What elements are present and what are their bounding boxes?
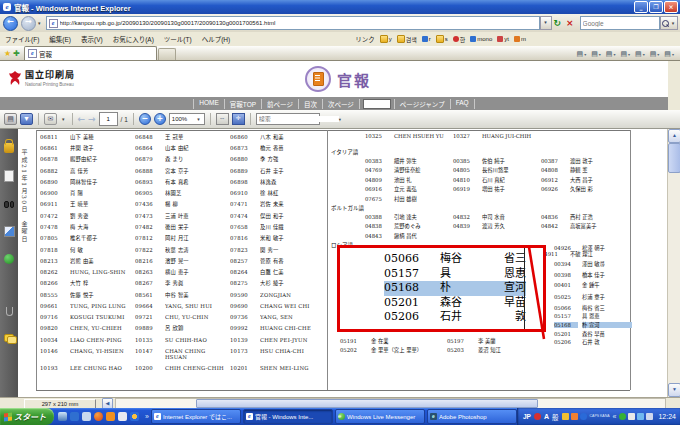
command-bar-icon[interactable]: ▤ ▾ [606,50,616,58]
sidebar-icon[interactable] [4,170,14,182]
quick-launch-icon[interactable] [130,412,139,421]
link-item[interactable]: s [436,35,448,44]
vertical-scroll-thumb[interactable] [668,143,680,173]
site-nav-item[interactable]: 次ページ [323,99,360,109]
sidebar-icon[interactable] [6,307,13,316]
site-nav-item[interactable]: 前ページ [262,99,299,109]
npb-logo[interactable]: 国立印刷局 National Printing Bureau [8,68,75,87]
link-item[interactable]: r [422,35,431,44]
menu-item[interactable]: 表示(V) [76,36,108,43]
close-button[interactable]: × [664,1,678,13]
command-bar-icon[interactable]: ▤ ▾ [650,50,660,58]
zoom-out-icon[interactable]: − [139,113,151,125]
tray-icon[interactable] [619,413,626,420]
ime-mode-icon[interactable] [534,413,541,420]
link-item[interactable]: 검색 [397,35,417,44]
print-icon[interactable]: ▤ [4,113,17,125]
tray-icon[interactable] [571,413,578,420]
quick-launch-icon[interactable] [82,412,91,421]
tray-icon[interactable] [637,413,644,420]
fit-page-icon[interactable]: ✛ [232,113,245,125]
link-item[interactable]: m [514,35,526,44]
sidebar-icon[interactable] [4,333,14,343]
ime-general-label[interactable]: 般 [552,412,559,422]
scroll-up-icon[interactable]: ▲ [668,129,680,143]
link-item[interactable]: mono [470,35,492,44]
quick-launch-icon[interactable] [118,412,127,421]
url-dropdown-button[interactable]: ▾ [540,16,552,30]
scroll-down-icon[interactable]: ▼ [668,383,680,397]
pdf-search-input[interactable] [257,116,339,122]
back-button[interactable]: ← [3,16,18,31]
maximize-button[interactable]: ❐ [649,1,663,13]
page-jump-input[interactable] [363,99,391,109]
link-item[interactable]: y [380,35,392,44]
site-nav-item[interactable]: ページジャンプ [394,99,451,109]
fit-width-icon[interactable]: ⇔ [216,113,229,125]
command-bar-icon[interactable]: ▤ ▾ [635,50,645,58]
menu-item[interactable]: ファイル(F) [0,36,44,43]
sidebar-icon[interactable] [4,254,14,264]
next-view-icon[interactable]: → [88,114,96,124]
horizontal-scroll-thumb[interactable] [196,399,538,408]
entry-number: 10325 [365,133,391,146]
quick-launch-icon[interactable] [58,412,67,421]
forward-button[interactable]: → [21,16,36,31]
sidebar-icon[interactable] [4,143,14,153]
command-bar-icon[interactable]: ▤ ▾ [664,50,674,58]
tray-icon[interactable] [628,413,635,420]
email-dropdown-icon[interactable]: ▾ [62,116,65,122]
tab-kanpo[interactable]: e 官報 [24,46,157,60]
task-button[interactable]: e Adobe Photoshop [427,409,517,424]
save-icon[interactable]: ▼ [20,113,33,125]
zoom-in-icon[interactable]: + [154,113,166,125]
stop-button[interactable]: × [566,18,574,28]
tray-icon[interactable] [562,413,569,420]
sidebar-icon[interactable] [4,199,14,209]
site-nav-item[interactable]: HOME [193,99,225,109]
menu-item[interactable]: ヘルプ(H) [197,36,236,43]
start-button[interactable]: スタート [0,408,54,425]
minimize-button[interactable]: _ [634,1,648,13]
site-nav-item[interactable]: 目次 [299,99,323,109]
page-number-input[interactable] [99,112,118,126]
refresh-button[interactable]: ↻ [554,18,562,28]
command-bar-icon[interactable]: ▤ ▾ [577,50,587,58]
command-bar-icon[interactable]: ▤ ▾ [591,50,601,58]
email-icon[interactable]: ✉ [44,113,57,125]
sidebar-icon[interactable] [4,226,15,237]
ime-alpha-label[interactable]: A [544,413,549,420]
pdf-search-dropdown-icon[interactable]: ▾ [339,117,343,122]
ime-language-label[interactable]: JP [523,413,531,420]
search-go-button[interactable]: ▾ [660,16,678,30]
url-input[interactable] [60,20,539,26]
tray-collapse-icon[interactable]: « [613,413,617,420]
vertical-scrollbar[interactable]: ▲ ▼ [667,129,680,397]
favorites-star-icon[interactable]: ★ [4,49,11,58]
quick-launch-icon[interactable] [106,412,115,421]
tray-icon[interactable] [646,413,653,420]
add-favorite-icon[interactable]: ✚ [13,49,20,58]
menu-item[interactable]: お気に入り(A) [108,36,159,43]
search-input[interactable] [581,20,659,27]
tray-icon[interactable] [580,413,587,420]
task-button[interactable]: e Windows Live Messenger [335,409,425,424]
task-button[interactable]: e 官報 - Windows Inte... [243,409,333,424]
menu-item[interactable]: 編集(E) [44,36,76,43]
search-options-dropdown-icon[interactable]: ▾ [672,20,675,26]
site-nav-item[interactable]: 官報TOP [225,99,262,109]
command-bar-icon[interactable]: ▤ ▾ [620,50,630,58]
quick-launch-overflow-icon[interactable]: » [145,413,149,420]
link-item[interactable]: 한 [453,35,466,44]
zoom-level-select[interactable]: 100% ▾ [169,113,205,125]
link-item[interactable]: yt [497,35,509,44]
magnified-entry-row: 05168 朴 宣河 [384,281,543,296]
previous-view-icon[interactable]: ← [78,114,86,124]
site-nav-item[interactable]: FAQ [451,99,475,109]
quick-launch-icon[interactable] [94,412,103,421]
task-button[interactable]: e Internet Explorer ではこ... [151,409,241,424]
quick-launch-icon[interactable] [70,412,79,421]
history-dropdown-icon[interactable]: ▾ [38,20,41,26]
menu-item[interactable]: ツール(T) [159,36,197,43]
new-tab-stub[interactable] [158,48,176,60]
